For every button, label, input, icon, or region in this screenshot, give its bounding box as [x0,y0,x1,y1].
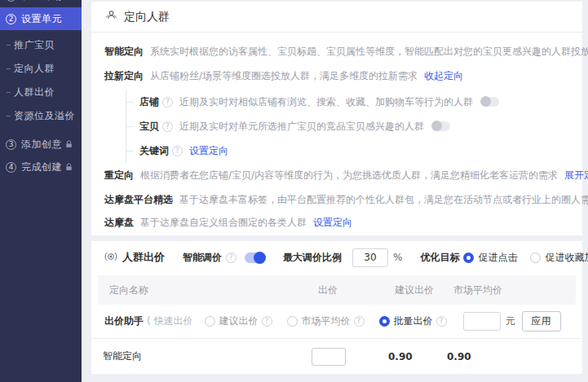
expand-targeting-link[interactable]: 展开定向 [564,168,588,182]
col-header-suggested: 建议出价 [395,283,453,297]
step-label: 设置单元 [21,12,62,26]
bid-table-row-smart: 智能定向 0.90 0.90 [91,339,582,374]
assistant-option-label: 建议出价 [219,314,259,328]
smart-adjust-label: 智能调价 [183,251,222,265]
sidebar-subnav: 推广宝贝 定向人群 人群出价 资源位及溢价 [0,30,82,130]
sidebar-item-audience[interactable]: 定向人群 [0,57,82,81]
audience-panel-header: 定向人群 [91,2,582,33]
row-label: 智能定向 [104,44,144,59]
row-label: 关键词 [139,144,169,158]
set-targeting-link[interactable]: 设置定向 [313,215,352,230]
retargeting-row: 重定向 根据消费者在您店铺/宝贝/内容等维度的行为，为您挑选优质人群，满足您精细… [104,168,569,182]
sidebar-item-promote-item[interactable]: 推广宝贝 [0,33,82,57]
sidebar-item-placement[interactable]: 资源位及溢价 [0,104,82,128]
row-label: 宝贝 [139,120,159,134]
radio-icon[interactable] [287,316,298,327]
assistant-hint: ( 快速出价 [147,314,193,328]
max-ratio-input[interactable] [352,248,388,267]
main-content: 定向人群 智能定向 系统实时根据您的访客属性、宝贝标题、宝贝属性等维度，智能匹配… [91,0,582,382]
row-desc: 近期及实时对相似店铺有浏览、搜索、收藏、加购物车等行为的人群 [179,95,473,109]
help-icon[interactable]: ? [436,316,447,327]
col-header-bid: 出价 [318,283,395,297]
sidebar-step-finish[interactable]: 4 完成创建 [0,156,82,178]
lock-icon [65,140,73,148]
row-label: 拉新定向 [104,68,144,83]
row-suggested-bid: 0.90 [388,351,447,362]
row-desc: 基于达摩盘自定义组合圈定的各类人群 [140,215,307,230]
step-label: 设置计划 [21,0,62,3]
set-targeting-link[interactable]: 设置定向 [189,144,228,158]
goal-option-label: 促进点击 [478,251,517,265]
row-desc: 系统实时根据您的访客属性、宝贝标题、宝贝属性等维度，智能匹配出对您的宝贝更感兴趣… [150,44,588,59]
sidebar-step-plan[interactable]: 1 设置计划 [0,0,82,7]
col-header-market: 市场平均价 [453,283,527,297]
step-number: 3 [6,139,16,150]
goal-option-favorite[interactable]: 促进收藏加购 [530,251,588,265]
row-market-price: 0.90 [447,351,520,362]
panel-title: 定向人群 [124,10,170,24]
radio-icon[interactable] [379,316,390,327]
assistant-option-label: 批量出价 [394,314,433,328]
radio-icon[interactable] [205,316,215,327]
keyword-targeting-row: 关键词 ? 设置定向 [126,138,569,163]
row-label: 达摩盘平台精选 [104,192,173,207]
help-icon[interactable]: ? [262,316,272,327]
step-number: 2 [6,14,16,24]
subitem-label: 推广宝贝 [14,38,55,52]
help-icon[interactable]: ? [354,316,365,327]
assistant-option-market[interactable]: 市场平均价 ? [287,314,365,328]
apply-button[interactable]: 应用 [522,311,561,332]
smart-adjust-toggle[interactable] [245,252,265,263]
audience-panel-body: 智能定向 系统实时根据您的访客属性、宝贝标题、宝贝属性等维度，智能匹配出对您的宝… [91,33,582,230]
sidebar-item-audience-bid[interactable]: 人群出价 [0,81,82,104]
bid-table-header: 定向名称 出价 建议出价 市场平均价 [98,275,576,305]
goal-label: 优化目标 [420,251,459,265]
shop-targeting-toggle[interactable] [481,97,499,107]
row-name: 智能定向 [103,349,312,363]
step-label: 添加创意 [21,138,62,151]
steps-sidebar: 1 设置计划 2 设置单元 推广宝贝 定向人群 人群出价 资源位及溢价 3 添加… [0,0,82,382]
batch-bid-input[interactable] [463,312,501,331]
radio-icon[interactable] [463,252,474,263]
assistant-option-label: 市场平均价 [302,314,351,328]
goal-option-click[interactable]: 促进点击 [463,251,517,265]
yuan-unit: 元 [506,314,515,328]
assistant-option-suggested[interactable]: 建议出价 ? [205,314,272,328]
audience-bid-panel: 人群出价 智能调价 ? 最大调价比例 % 优化目标 促进点击 促进收藏加购 [91,241,582,374]
max-ratio-label: 最大调价比例 [283,251,342,265]
subitem-label: 人群出价 [14,86,55,99]
row-bid-cell [312,348,388,366]
row-bid-input[interactable] [312,348,346,366]
row-desc: 根据消费者在您店铺/宝贝/内容等维度的行为，为您挑选优质人群，满足您精细化老客运… [140,168,558,182]
row-label: 店铺 [139,95,159,109]
item-targeting-toggle[interactable] [432,121,450,131]
step-label: 完成创建 [21,160,62,174]
sidebar-step-unit[interactable]: 2 设置单元 [0,7,82,30]
panel-title: 人群出价 [122,250,165,265]
collapse-targeting-link[interactable]: 收起定向 [424,68,463,83]
item-targeting-row: 宝贝 ? 近期及实时对单元所选推广宝贝的竞品宝贝感兴趣的人群 [126,114,569,138]
bid-target-icon [104,250,117,266]
acquisition-children: 店铺 ? 近期及实时对相似店铺有浏览、搜索、收藏、加购物车等行为的人群 宝贝 ?… [126,90,569,163]
assistant-option-batch[interactable]: 批量出价 ? [379,314,447,328]
smart-targeting-row: 智能定向 系统实时根据您的访客属性、宝贝标题、宝贝属性等维度，智能匹配出对您的宝… [104,44,569,59]
bid-assistant-row: 出价助手 ( 快速出价 建议出价 ? 市场平均价 ? 批量出价 ? [91,305,582,339]
sidebar-step-creative[interactable]: 3 添加创意 [0,133,82,156]
percent-unit: % [393,252,402,263]
help-icon[interactable]: ? [162,121,173,132]
shop-targeting-row: 店铺 ? 近期及实时对相似店铺有浏览、搜索、收藏、加购物车等行为的人群 [126,90,569,114]
row-label: 达摩盘 [104,215,134,230]
help-icon[interactable]: ? [226,252,237,263]
bid-panel-header: 人群出价 智能调价 ? 最大调价比例 % 优化目标 促进点击 促进收藏加购 [91,241,582,274]
help-icon[interactable]: ? [162,97,173,108]
help-icon[interactable]: ? [172,146,183,156]
row-desc: 近期及实时对单元所选推广宝贝的竞品宝贝感兴趣的人群 [179,120,424,134]
goal-option-label: 促进收藏加购 [545,251,588,265]
acquisition-targeting-row: 拉新定向 从店铺粉丝/场景等维度圈选投放人群，满足多维度的拉新需求 收起定向 [104,68,569,83]
row-label: 重定向 [104,168,134,182]
step-number: 4 [6,162,16,173]
subitem-label: 定向人群 [14,62,55,76]
row-desc: 从店铺粉丝/场景等维度圈选投放人群，满足多维度的拉新需求 [150,68,418,83]
assistant-label: 出价助手 [104,314,144,328]
radio-icon[interactable] [530,252,541,263]
